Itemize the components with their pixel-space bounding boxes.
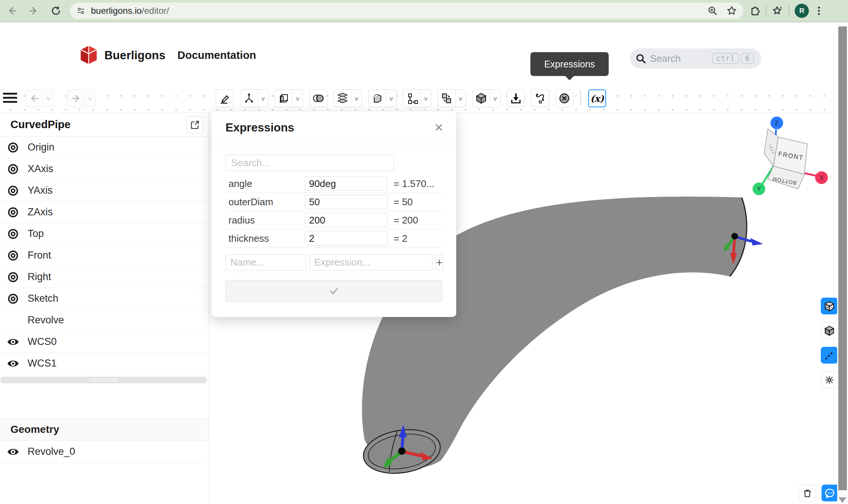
tree-item[interactable]: WCS1 <box>0 353 209 374</box>
page-scrollbar[interactable] <box>837 23 848 504</box>
axis-ball-x[interactable]: X <box>815 171 828 184</box>
toggle-hidden-edges-button[interactable] <box>821 298 838 314</box>
vertex-snap-button[interactable] <box>821 371 838 388</box>
redo-button[interactable]: ∨ <box>67 89 95 107</box>
tree-item[interactable]: YAxis <box>0 180 209 202</box>
expression-value-input[interactable] <box>305 213 388 227</box>
redo-history-chevron[interactable]: ∨ <box>85 90 95 107</box>
expression-name: angle <box>226 178 305 190</box>
add-expression-button[interactable]: + <box>436 254 443 270</box>
visibility-eye-outline-icon[interactable] <box>7 184 19 197</box>
solid-tools-chevron[interactable]: ∨ <box>490 90 500 107</box>
view-cube[interactable]: FRONT BOTTOM LEFT Z X Y <box>753 117 828 195</box>
scrollbar-down-arrow[interactable] <box>838 497 847 503</box>
clear-scene-button[interactable] <box>799 485 816 501</box>
pattern-copy-button[interactable]: ∨ <box>438 89 466 107</box>
browser-reload-button[interactable] <box>48 3 64 19</box>
dialog-header[interactable]: Expressions ✕ <box>211 111 456 144</box>
sketch-button[interactable] <box>216 89 234 107</box>
dialog-body: angle = 1.570... outerDiam = 50 radius =… <box>211 144 456 302</box>
measure-line-button[interactable] <box>821 347 838 364</box>
spline-tools-button[interactable] <box>531 89 549 107</box>
new-expression-value-input[interactable] <box>309 254 432 270</box>
panel-resize-handle[interactable] <box>0 377 207 383</box>
expression-value-input[interactable] <box>305 195 388 209</box>
browser-forward-button[interactable] <box>25 3 42 19</box>
profile-avatar[interactable]: R <box>795 4 809 18</box>
loft-button[interactable]: ∨ <box>334 89 362 107</box>
visibility-eye-filled-icon[interactable] <box>7 357 19 370</box>
expressions-dialog: Expressions ✕ angle = 1.570... outerDiam… <box>211 111 456 317</box>
fillet-cube-icon <box>371 92 383 104</box>
tree-item[interactable]: XAxis <box>0 158 209 180</box>
extrude-icon <box>278 92 290 104</box>
pattern-copy-chevron[interactable]: ∨ <box>455 90 466 107</box>
delete-button[interactable] <box>555 89 573 107</box>
expression-value-input[interactable] <box>305 231 388 245</box>
site-settings-icon[interactable] <box>76 6 86 16</box>
expression-value-input[interactable] <box>305 177 388 191</box>
sparkle-star-icon[interactable] <box>772 5 784 17</box>
browser-back-button[interactable] <box>4 3 20 19</box>
visibility-eye-outline-icon[interactable] <box>7 249 19 262</box>
scrollbar-thumb[interactable] <box>838 26 847 490</box>
browser-url-bar[interactable]: buerligons.io/editor/ <box>70 3 743 19</box>
documentation-link[interactable]: Documentation <box>177 49 256 61</box>
tree-item[interactable]: Revolve_0 <box>0 441 209 463</box>
global-search[interactable]: ctrl K <box>630 48 761 69</box>
tree-item-label: Sketch <box>28 293 59 304</box>
checkmark-icon <box>328 285 340 297</box>
bookmark-star-icon[interactable] <box>726 5 737 16</box>
visibility-eye-outline-icon[interactable] <box>7 206 19 219</box>
menu-hamburger-icon[interactable] <box>3 91 17 105</box>
import-button[interactable] <box>507 89 525 107</box>
fillet-chevron[interactable]: ∨ <box>386 90 396 107</box>
tree-item[interactable]: Front <box>0 245 209 266</box>
open-external-button[interactable] <box>186 116 204 133</box>
visibility-eye-filled-icon[interactable] <box>7 336 19 348</box>
undo-history-chevron[interactable]: ∨ <box>43 90 53 107</box>
extrude-chevron[interactable]: ∨ <box>292 90 303 107</box>
extensions-puzzle-icon[interactable] <box>748 5 760 17</box>
visibility-eye-outline-icon[interactable] <box>7 141 19 154</box>
extrude-button[interactable]: ∨ <box>275 89 303 107</box>
visibility-eye-outline-icon[interactable] <box>7 271 19 283</box>
dialog-close-icon[interactable]: ✕ <box>434 122 444 133</box>
axis-ball-z[interactable]: Z <box>770 117 783 129</box>
brand[interactable]: Buerligons <box>79 45 165 66</box>
boolean-button[interactable] <box>309 89 327 107</box>
visibility-eye-outline-icon[interactable] <box>7 228 19 240</box>
tree-item[interactable]: WCS0 <box>0 331 209 353</box>
undo-button[interactable]: ∨ <box>25 89 54 107</box>
tree-item[interactable]: Right <box>0 266 209 288</box>
tree-item[interactable]: Origin <box>0 137 209 158</box>
tree-item[interactable]: Revolve <box>0 310 209 331</box>
tree-item[interactable]: Sketch <box>0 288 209 310</box>
visibility-eye-outline-icon[interactable] <box>7 163 19 175</box>
kebab-menu-icon[interactable] <box>813 5 825 16</box>
visibility-eye-filled-icon[interactable] <box>7 446 19 458</box>
work-geometry-chevron[interactable]: ∨ <box>258 90 268 107</box>
browser-chrome: buerligons.io/editor/ R <box>0 0 848 22</box>
new-expression-name-input[interactable] <box>226 254 306 270</box>
work-geometry-button[interactable]: ∨ <box>240 89 268 107</box>
tree-item[interactable]: ZAxis <box>0 202 209 223</box>
chat-support-button[interactable] <box>822 485 839 501</box>
reorder-button[interactable]: ∨ <box>403 89 431 107</box>
fillet-button[interactable]: ∨ <box>368 89 397 107</box>
expression-search-input[interactable] <box>226 155 394 171</box>
tree-item[interactable]: Top <box>0 223 209 245</box>
solid-tools-button[interactable]: ∨ <box>472 89 501 107</box>
trash-icon <box>802 488 813 498</box>
expressions-button[interactable]: (x) <box>588 89 606 107</box>
reorder-chevron[interactable]: ∨ <box>420 90 431 107</box>
axis-ball-y[interactable]: Y <box>753 183 765 195</box>
visibility-eye-outline-icon[interactable] <box>7 292 19 305</box>
shaded-view-button[interactable] <box>821 322 838 339</box>
geometry-list: Revolve_0 <box>0 441 209 463</box>
search-input[interactable] <box>650 53 710 64</box>
loft-chevron[interactable]: ∨ <box>351 90 362 107</box>
zoom-page-icon[interactable] <box>707 6 718 16</box>
apply-button[interactable] <box>226 280 442 302</box>
shortcut-key-ctrl: ctrl <box>712 53 739 64</box>
